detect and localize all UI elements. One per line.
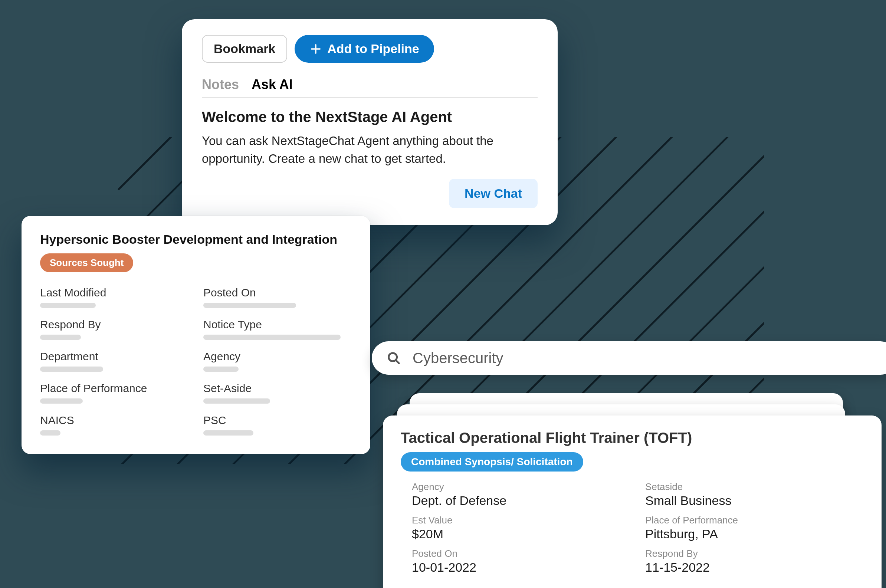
field-agency: AgencyDept. of Defense — [412, 481, 630, 508]
field-naics: NAICS — [40, 414, 189, 435]
field-value: $20M — [412, 527, 630, 541]
field-label: Notice Type — [203, 318, 352, 331]
field-label: Posted On — [412, 548, 630, 560]
result-card[interactable]: Tactical Operational Flight Trainer (TOF… — [383, 416, 882, 588]
field-label: Posted On — [203, 286, 352, 299]
field-department: Department — [40, 350, 189, 372]
tab-notes[interactable]: Notes — [202, 77, 239, 92]
skeleton-value — [40, 366, 103, 372]
field-label: Est Value — [412, 514, 630, 526]
field-label: Agency — [203, 350, 352, 363]
field-value: Dept. of Defense — [412, 494, 630, 508]
field-label: Set-Aside — [203, 382, 352, 395]
stage: Bookmark Add to Pipeline Notes Ask AI We… — [0, 0, 886, 588]
ai-agent-heading: Welcome to the NextStage AI Agent — [202, 109, 538, 125]
field-posted-on: Posted On — [203, 286, 352, 308]
add-to-pipeline-label: Add to Pipeline — [327, 42, 419, 56]
result-field-grid: AgencyDept. of Defense SetasideSmall Bus… — [401, 481, 864, 574]
field-psc: PSC — [203, 414, 352, 435]
ai-agent-actions: Bookmark Add to Pipeline — [202, 35, 538, 63]
bookmark-button[interactable]: Bookmark — [202, 35, 287, 63]
svg-line-0 — [119, 137, 186, 189]
search-bar[interactable] — [372, 341, 886, 375]
field-label: Last Modified — [40, 286, 189, 299]
field-label: Agency — [412, 481, 630, 493]
field-place-of-performance: Place of Performance — [40, 382, 189, 404]
tab-ask-ai[interactable]: Ask AI — [252, 77, 293, 92]
search-result-stack: Tactical Operational Flight Trainer (TOF… — [383, 393, 865, 582]
skeleton-value — [203, 334, 340, 340]
skeleton-value — [203, 366, 238, 372]
field-value: Small Business — [645, 494, 864, 508]
opportunity-detail-panel: Hypersonic Booster Development and Integ… — [21, 216, 370, 454]
field-value: 11-15-2022 — [645, 560, 864, 574]
opportunity-tag: Sources Sought — [40, 254, 133, 272]
field-label: Respond By — [645, 548, 864, 560]
field-setaside: SetasideSmall Business — [645, 481, 864, 508]
skeleton-value — [40, 303, 96, 308]
field-set-aside: Set-Aside — [203, 382, 352, 404]
skeleton-value — [203, 398, 270, 404]
field-label: Place of Performance — [40, 382, 189, 395]
result-title: Tactical Operational Flight Trainer (TOF… — [401, 430, 864, 446]
field-place-of-performance: Place of PerformancePittsburg, PA — [645, 514, 864, 541]
field-respond-by: Respond By — [40, 318, 189, 340]
result-tag: Combined Synopsis/ Solicitation — [401, 452, 583, 471]
field-respond-by: Respond By11-15-2022 — [645, 548, 864, 574]
field-label: PSC — [203, 414, 352, 427]
field-posted-on: Posted On10-01-2022 — [412, 548, 630, 574]
field-label: Respond By — [40, 318, 189, 331]
field-est-value: Est Value$20M — [412, 514, 630, 541]
field-label: Setaside — [645, 481, 864, 493]
field-last-modified: Last Modified — [40, 286, 189, 308]
add-to-pipeline-button[interactable]: Add to Pipeline — [295, 35, 434, 63]
ai-agent-panel: Bookmark Add to Pipeline Notes Ask AI We… — [182, 19, 558, 225]
field-value: Pittsburg, PA — [645, 527, 864, 541]
field-label: Place of Performance — [645, 514, 864, 526]
skeleton-value — [203, 303, 296, 308]
field-value: 10-01-2022 — [412, 560, 630, 574]
opportunity-title: Hypersonic Booster Development and Integ… — [40, 232, 352, 247]
search-input[interactable] — [412, 350, 882, 367]
ai-agent-tabs: Notes Ask AI — [202, 77, 538, 98]
skeleton-value — [40, 430, 60, 435]
search-icon — [387, 351, 401, 365]
field-label: NAICS — [40, 414, 189, 427]
svg-line-19 — [396, 360, 399, 363]
new-chat-button[interactable]: New Chat — [449, 179, 538, 208]
plus-icon — [309, 43, 322, 55]
skeleton-value — [40, 334, 81, 340]
field-notice-type: Notice Type — [203, 318, 352, 340]
field-agency: Agency — [203, 350, 352, 372]
field-label: Department — [40, 350, 189, 363]
ai-agent-body: You can ask NextStageChat Agent anything… — [202, 132, 538, 168]
skeleton-value — [203, 430, 253, 435]
opportunity-field-grid: Last Modified Posted On Respond By Notic… — [40, 286, 352, 435]
skeleton-value — [40, 398, 83, 404]
